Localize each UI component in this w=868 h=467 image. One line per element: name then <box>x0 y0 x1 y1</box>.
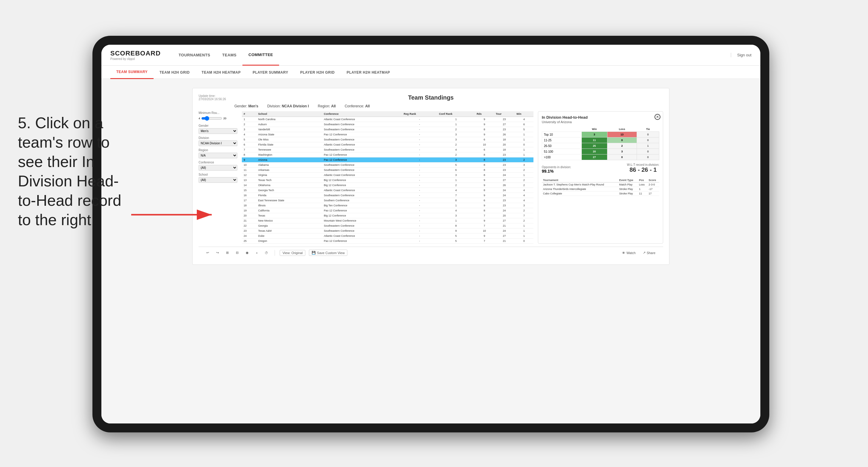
tool-clock[interactable]: ⏱ <box>263 250 270 255</box>
conference-select[interactable]: (All) Big 12 Conference SEC <box>198 165 237 170</box>
table-row[interactable]: 22 Georgia Southeastern Conference - 8 7… <box>242 223 533 228</box>
table-row[interactable]: 11 Arkansas Southeastern Conference - 6 … <box>242 167 533 173</box>
h2h-row: 26-50 25 2 1 <box>542 143 659 149</box>
division-select[interactable]: NCAA Division I NCAA Division II NCAA Di… <box>198 141 237 146</box>
cell-num: 16 <box>242 193 256 198</box>
content-columns: Minimum Rou... 4 20 Gender Men <box>198 111 663 244</box>
nav-tournaments[interactable]: TOURNAMENTS <box>173 45 216 66</box>
cell-school: Arizona State <box>256 132 322 137</box>
table-row[interactable]: 15 Georgia Tech Atlantic Coast Conferenc… <box>242 188 533 193</box>
cell-school: Arizona <box>256 157 322 162</box>
save-custom-button[interactable]: 💾 Save Custom View <box>309 250 347 256</box>
cell-tour: 27 <box>494 178 515 183</box>
school-select[interactable]: (All) <box>198 177 237 183</box>
undo-button[interactable]: ↩ <box>205 250 211 255</box>
h2h-win: 20 <box>582 149 608 154</box>
table-row[interactable]: 24 Duke Atlantic Coast Conference - 5 9 … <box>242 234 533 239</box>
sub-nav-team-h2h-heatmap[interactable]: TEAM H2H HEATMAP <box>196 66 247 79</box>
table-row[interactable]: 7 Tennessee Southeastern Conference - 4 … <box>242 147 533 152</box>
table-row[interactable]: 1 North Carolina Atlantic Coast Conferen… <box>242 117 533 122</box>
cell-tour: 20 <box>494 213 515 218</box>
h2h-loss: 8 <box>607 137 637 143</box>
min-rounds-slider[interactable] <box>201 115 222 122</box>
opponents-label: Opponents in division: 99.1% <box>542 165 571 174</box>
filter-region: Region: All <box>318 104 336 108</box>
gender-select[interactable]: Men's Women's <box>198 128 237 134</box>
sub-nav-player-summary[interactable]: PLAYER SUMMARY <box>247 66 294 79</box>
cell-conference: Pac-12 Conference <box>322 239 402 244</box>
cell-school: Arkansas <box>256 167 322 173</box>
cell-tour: 23 <box>494 117 515 122</box>
sign-out-button[interactable]: Sign out <box>731 53 751 57</box>
cell-conference: Pac-12 Conference <box>322 157 402 162</box>
tool-grid[interactable]: ⊞ <box>224 250 230 255</box>
table-row[interactable]: 21 New Mexico Mountain West Conference -… <box>242 218 533 223</box>
table-row[interactable]: 19 California Pac-12 Conference - 4 8 24… <box>242 208 533 213</box>
table-row[interactable]: 9 Arizona Pac-12 Conference - 3 8 23 2 <box>242 157 533 162</box>
cell-conference: Atlantic Coast Conference <box>322 234 402 239</box>
col-conf-rank: Conf Rank <box>437 111 475 117</box>
logo-subtitle: Powered by clippd <box>110 57 161 61</box>
sub-nav-team-summary[interactable]: TEAM SUMMARY <box>110 66 154 79</box>
table-row[interactable]: 6 Florida State Atlantic Coast Conferenc… <box>242 142 533 147</box>
filter-row: Gender: Men's Division: NCAA Division I … <box>235 104 663 108</box>
table-row[interactable]: 17 East Tennessee State Southern Confere… <box>242 198 533 203</box>
table-row[interactable]: 10 Alabama Southeastern Conference - 5 8… <box>242 162 533 167</box>
watch-button[interactable]: 👁 Watch <box>620 250 638 255</box>
tool-circle[interactable]: ◉ <box>244 250 250 255</box>
table-row[interactable]: 8 Washington Pac-12 Conference - 2 8 23 … <box>242 152 533 157</box>
cell-tour: 26 <box>494 132 515 137</box>
cell-win: 4 <box>515 117 533 122</box>
view-original-button[interactable]: View: Original <box>280 250 305 256</box>
table-row[interactable]: 12 Virginia Atlantic Coast Conference - … <box>242 173 533 178</box>
cell-tour: 21 <box>494 239 515 244</box>
table-row[interactable]: 16 Florida Southeastern Conference - 7 9… <box>242 193 533 198</box>
sub-nav-player-h2h-grid[interactable]: PLAYER H2H GRID <box>294 66 341 79</box>
cell-conf-rank: 1 <box>437 122 475 127</box>
table-row[interactable]: 25 Oregon Pac-12 Conference - 5 7 21 0 <box>242 239 533 244</box>
cell-conf-rank: 6 <box>437 167 475 173</box>
cell-reg-rank: - <box>402 223 437 228</box>
table-row[interactable]: 5 Ole Miss Southeastern Conference - 3 6… <box>242 137 533 142</box>
close-button[interactable]: ✕ <box>654 114 660 120</box>
table-row[interactable]: 3 Vanderbilt Southeastern Conference - 2… <box>242 127 533 132</box>
tool-add[interactable]: + <box>254 250 259 255</box>
nav-teams[interactable]: TEAMS <box>216 45 242 66</box>
cell-conf-rank: 3 <box>437 173 475 178</box>
redo-button[interactable]: ↪ <box>214 250 221 255</box>
cell-num: 15 <box>242 188 256 193</box>
t-col-type: Event Type <box>618 178 638 183</box>
table-row[interactable]: 14 Oklahoma Big 12 Conference - 2 9 26 2 <box>242 183 533 188</box>
table-row[interactable]: 20 Texas Big 12 Conference - 3 7 20 7 <box>242 213 533 218</box>
sub-nav-player-h2h-heatmap[interactable]: PLAYER H2H HEATMAP <box>341 66 396 79</box>
opponents-value: 99.1% <box>542 169 571 174</box>
nav-committee[interactable]: COMMITTEE <box>242 45 279 66</box>
cell-school: Duke <box>256 234 322 239</box>
table-row[interactable]: 13 Texas Tech Big 12 Conference - 1 9 27… <box>242 178 533 183</box>
table-row[interactable]: 18 Illinois Big Ten Conference - 1 9 23 … <box>242 203 533 208</box>
cell-reg-rank: - <box>402 193 437 198</box>
region-select[interactable]: N/A All <box>198 153 237 158</box>
cell-conf-rank: 8 <box>437 198 475 203</box>
bottom-toolbar: ↩ ↪ ⊞ ⊟ ◉ + ⏱ View: Original 💾 Sa <box>198 247 663 258</box>
table-row[interactable]: 23 Texas A&M Southeastern Conference - 9… <box>242 228 533 234</box>
cell-school: Texas <box>256 213 322 218</box>
filter-division: Division: NCAA Division I <box>267 104 309 108</box>
cell-conf-rank: 5 <box>437 234 475 239</box>
cell-reg-rank: - <box>402 137 437 142</box>
share-button[interactable]: ↗ Share <box>641 250 657 255</box>
cell-conference: Southern Conference <box>322 198 402 203</box>
table-row[interactable]: 2 Auburn Southeastern Conference - 1 9 2… <box>242 122 533 127</box>
table-row[interactable]: 4 Arizona State Pac-12 Conference - 3 9 … <box>242 132 533 137</box>
sub-nav-team-h2h-grid[interactable]: TEAM H2H GRID <box>154 66 196 79</box>
cell-rds: 7 <box>475 223 494 228</box>
t-name: Arizona Thunderbirds Intercollegiate <box>542 187 618 191</box>
cell-conference: Southeastern Conference <box>322 223 402 228</box>
cell-conf-rank: 2 <box>437 142 475 147</box>
cell-school: New Mexico <box>256 218 322 223</box>
cell-reg-rank: - <box>402 132 437 137</box>
cell-conf-rank: 9 <box>437 228 475 234</box>
cell-reg-rank: - <box>402 198 437 203</box>
cell-tour: 26 <box>494 183 515 188</box>
tool-minus[interactable]: ⊟ <box>234 250 240 255</box>
